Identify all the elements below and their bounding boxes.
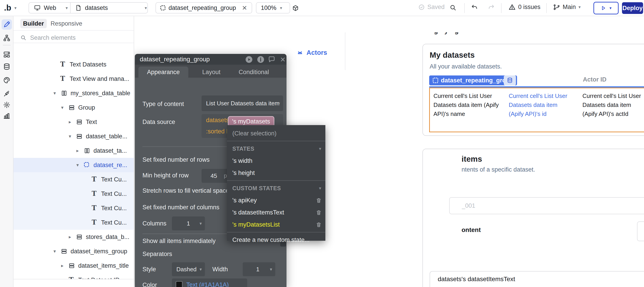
property-editor-titlebar[interactable]: dataset_repeating_group ✕ (135, 54, 286, 65)
rail-plugins-plug-icon[interactable] (2, 88, 12, 99)
tree-item-text-cu-[interactable]: TText Cu... (14, 187, 134, 201)
expand-arrow-icon[interactable]: ▾ (69, 134, 71, 139)
state-option--s-mydatasetslist[interactable]: 's myDatasetsList (232, 219, 320, 231)
color-value: Text (#1A1A1A) (186, 282, 229, 287)
branch-dropdown[interactable]: Main ▾ (553, 3, 581, 10)
collapse-arrow-icon[interactable]: ▸ (69, 234, 71, 240)
close-icon[interactable]: ✕ (242, 4, 247, 12)
tab-conditional[interactable]: Conditional (239, 66, 269, 78)
expand-arrow-icon[interactable]: ▾ (61, 105, 64, 110)
redo-icon[interactable] (488, 4, 495, 11)
rail-components-icon[interactable] (2, 49, 12, 60)
rail-styles-palette-icon[interactable] (2, 75, 12, 85)
trash-icon[interactable] (316, 222, 322, 228)
preview-text: datasets's datasetItemsText (438, 276, 644, 283)
collapse-arrow-icon[interactable]: ▸ (69, 119, 71, 125)
expression-suffix[interactable]: :sorted b (206, 128, 230, 135)
clear-selection-option[interactable]: (Clear selection) (232, 127, 320, 139)
expression-prefix[interactable]: datasets (206, 117, 229, 124)
rail-design-pencil-icon[interactable] (2, 19, 12, 30)
section-header-states[interactable]: STATES▾ (232, 143, 320, 155)
expand-arrow-icon[interactable]: ▾ (54, 249, 56, 254)
component-cube-icon[interactable] (292, 5, 299, 11)
tree-item-my-stores-data-table[interactable]: ▾my_stores_data_table (14, 86, 134, 100)
deploy-button[interactable]: Deploy (622, 2, 643, 14)
dataset-id-input[interactable] (450, 202, 638, 209)
rail-database-icon[interactable] (2, 61, 12, 72)
section-header-custom-states[interactable]: CUSTOM STATES▾ (232, 182, 320, 194)
tree-item-dataset-ta-[interactable]: ▸dataset_ta... (14, 143, 134, 158)
tree-item-dataset-table-[interactable]: ▾dataset_table... (14, 129, 134, 143)
tree-item-dataset-items-title[interactable]: ▸dataset_items_title (14, 259, 134, 273)
page-dropdown[interactable]: datasets ▾ (75, 3, 147, 13)
tab-builder[interactable]: Builder (20, 19, 47, 28)
undo-icon[interactable] (471, 4, 478, 11)
tree-item-label: Text Cu... (101, 205, 127, 212)
issues-indicator[interactable]: 0 issues (509, 3, 540, 10)
chevron-down-icon: ▾ (319, 186, 321, 191)
tree-item-dataset-re-[interactable]: ▾dataset_re... (14, 158, 134, 172)
logo-menu[interactable]: .b ▾ (4, 2, 17, 13)
trash-icon[interactable] (316, 210, 322, 216)
property-editor-title: dataset_repeating_group (140, 54, 210, 65)
tree-item-dataset-items-group[interactable]: ▾dataset_items_group (14, 244, 134, 259)
state-option--s-datasetitemstext[interactable]: 's datasetItemsText (232, 206, 320, 219)
tree-item-group[interactable]: ▾Group (14, 100, 134, 115)
columns-select[interactable]: 1 ▾ (172, 217, 205, 230)
expand-arrow-icon[interactable]: ▾ (54, 90, 56, 96)
warning-triangle-icon (509, 4, 516, 10)
tab-appearance[interactable]: Appearance (138, 66, 188, 78)
rail-logs-chart-icon[interactable] (2, 110, 12, 121)
download-csv-button[interactable]: Download as CSV (637, 221, 644, 241)
preview-run-button[interactable]: ▾ (594, 2, 618, 14)
divider (14, 30, 134, 30)
state-option--s-apikey[interactable]: 's apiKey (232, 194, 320, 206)
assets-search (20, 283, 128, 287)
platform-dropdown[interactable]: Web ▾ (34, 3, 68, 13)
rail-settings-gear-icon[interactable] (2, 100, 12, 110)
zoom-dropdown[interactable]: 100% ▾ (256, 2, 290, 13)
collapse-arrow-icon[interactable]: ▸ (76, 148, 79, 153)
tree-item-text[interactable]: ▸Text (14, 115, 134, 129)
trash-icon[interactable] (316, 197, 322, 204)
tab-responsive[interactable]: Responsive (50, 19, 82, 28)
expand-arrow-icon[interactable]: ▾ (76, 162, 79, 168)
state-option--s-height[interactable]: 's height (232, 167, 320, 179)
tree-item-text-cu-[interactable]: TText Cu... (14, 215, 134, 230)
chevron-down-icon: ▾ (319, 146, 321, 151)
play-circle-icon[interactable] (245, 55, 253, 63)
create-custom-state-option[interactable]: Create a new custom state... (232, 234, 320, 246)
divider (464, 3, 465, 13)
elements-panel: Builder Responsive TText DatasetsTText V… (14, 16, 134, 287)
state-option--s-width[interactable]: 's width (232, 155, 320, 167)
info-circle-icon[interactable] (256, 55, 265, 63)
search-icon[interactable] (450, 4, 456, 11)
tree-item-text-cu-[interactable]: TText Cu... (14, 172, 134, 187)
tree-item-text-view-and-mana-[interactable]: TText View and mana... (14, 72, 134, 86)
tree-item-text-cu-[interactable]: TText Cu... (14, 201, 134, 215)
content-label-fragment: ontent (462, 226, 481, 234)
tree-item-text-dataset-id[interactable]: TText Dataset ID (14, 273, 134, 279)
close-icon[interactable]: ✕ (280, 56, 286, 63)
assets-search-input[interactable] (30, 286, 116, 287)
tree-item-text-datasets[interactable]: TText Datasets (14, 57, 134, 72)
canvas-nav-item-actors[interactable]: Actors (296, 49, 327, 56)
rail-workflow-sitemap-icon[interactable] (2, 33, 12, 43)
search-icon (20, 34, 26, 41)
separator-width-select[interactable]: 1 ▾ (243, 262, 275, 276)
separator-style-select[interactable]: Dashed ▾ (172, 262, 205, 276)
chevron-down-icon: ▾ (145, 5, 147, 10)
separator-color-picker[interactable]: Text (#1A1A1A) (172, 279, 247, 287)
chevron-down-icon: ▾ (270, 267, 272, 272)
data-source-badge[interactable] (504, 75, 516, 85)
comment-icon[interactable] (268, 55, 276, 63)
element-tab[interactable]: dataset_repeating_group ✕ (156, 2, 252, 13)
state-dropdown-menu: (Clear selection)STATES▾'s width's heigh… (227, 125, 325, 241)
elements-search-input[interactable] (30, 34, 116, 41)
text-element-icon: T (92, 219, 96, 226)
tab-layout[interactable]: Layout (202, 66, 220, 78)
collapse-arrow-icon[interactable]: ▸ (61, 263, 64, 268)
tree-item-stores-data-b-[interactable]: ▸stores_data_b... (14, 230, 134, 244)
type-of-content-select[interactable]: List User Datasets data item ▾ (202, 95, 283, 111)
left-icon-rail (0, 16, 14, 287)
